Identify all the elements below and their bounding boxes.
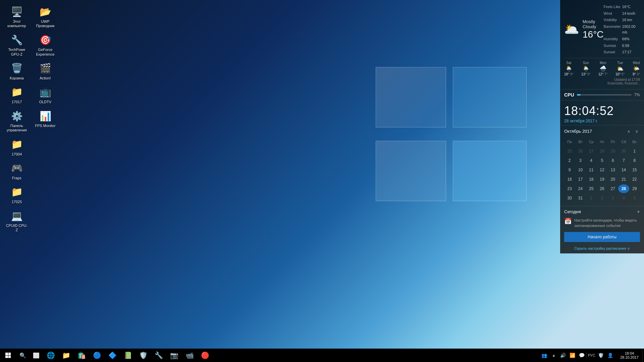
- desktop-icon-folder17004[interactable]: 📁 17004: [3, 136, 30, 158]
- taskbar-app-app3[interactable]: 📷: [166, 349, 182, 362]
- calendar-day-30[interactable]: 30: [564, 194, 575, 202]
- calendar-prev-btn[interactable]: ∧: [625, 128, 632, 135]
- today-add-btn[interactable]: +: [637, 209, 640, 215]
- desktop-background: [0, 0, 644, 349]
- forecast-day-mon: Mon 🌧️ 12° 7°: [598, 61, 607, 76]
- calendar-day-19[interactable]: 19: [597, 175, 607, 184]
- get-started-button[interactable]: Начало работы: [564, 232, 640, 242]
- calendar-day-27-other[interactable]: 27: [586, 147, 597, 156]
- calendar-day-1-other[interactable]: 1: [586, 194, 597, 202]
- desktop-icon-folder17017[interactable]: 📁 17017: [3, 84, 30, 106]
- calendar-day-31[interactable]: 31: [575, 194, 586, 202]
- desktop-icon-control[interactable]: ⚙️ Панель управления: [3, 108, 30, 134]
- calendar-day-3-other[interactable]: 3: [607, 194, 618, 202]
- calendar-day-13[interactable]: 13: [607, 166, 618, 174]
- calendar-week-5: 303112345: [564, 194, 640, 202]
- calendar-day-5[interactable]: 5: [597, 156, 607, 165]
- taskbar-app-winrar[interactable]: 🔷: [105, 349, 120, 362]
- security-icon[interactable]: 🛡️: [596, 349, 606, 362]
- desktop-icon-computer[interactable]: 🖥️ Этот компьютер: [3, 3, 30, 30]
- calendar-day-6[interactable]: 6: [607, 156, 618, 165]
- calendar-day-11[interactable]: 11: [586, 166, 597, 174]
- calendar-day-9[interactable]: 9: [564, 166, 575, 174]
- today-message: 📅 Настройте календари, чтобы видеть запл…: [564, 218, 640, 229]
- explorer-icon: 📁: [62, 351, 70, 359]
- calendar-day-5-other[interactable]: 5: [629, 194, 640, 202]
- calendar-day-22[interactable]: 22: [629, 175, 640, 184]
- taskbar-app-app2[interactable]: 🔧: [151, 349, 166, 362]
- sunset-value: 17:17: [622, 49, 640, 55]
- desktop-icon-geforce[interactable]: 🎯 GeForce Experience: [32, 32, 59, 58]
- taskbar-app-edge[interactable]: 🌐: [43, 349, 58, 362]
- calendar-day-8[interactable]: 8: [629, 156, 640, 165]
- calendar-day-16[interactable]: 16: [564, 175, 575, 184]
- desktop-icon-fps[interactable]: 📊 FPS Monitor: [32, 108, 59, 130]
- icon-label-control: Панель управления: [5, 124, 29, 132]
- calendar-day-26[interactable]: 26: [597, 184, 607, 193]
- calendar-day-1[interactable]: 1: [629, 147, 640, 156]
- calendar-day-29-other[interactable]: 29: [607, 147, 618, 156]
- taskbar-clock[interactable]: 18:04 28.10.2017: [617, 349, 642, 362]
- calendar-day-4[interactable]: 4: [586, 156, 597, 165]
- calendar-next-btn[interactable]: ∨: [633, 128, 640, 135]
- desktop-icon-fraps[interactable]: 🎮 Fraps: [3, 160, 30, 182]
- taskbar-app-app1[interactable]: 🛡️: [136, 349, 151, 362]
- calendar-day-29[interactable]: 29: [629, 184, 640, 193]
- calendar-day-4-other[interactable]: 4: [618, 194, 629, 202]
- taskbar-app-chrome[interactable]: 🔵: [89, 349, 105, 362]
- show-desktop-btn[interactable]: [642, 349, 644, 362]
- calendar-day-25[interactable]: 25: [586, 184, 597, 193]
- desktop-icon-recycle[interactable]: 🗑️ Корзина: [3, 60, 30, 82]
- taskbar-app-store[interactable]: 🛍️: [74, 349, 89, 362]
- calendar-day-header-чт: Чт: [597, 137, 607, 146]
- calendar-day-12[interactable]: 12: [597, 166, 607, 174]
- calendar-day-header-ср: Ср: [586, 137, 597, 146]
- taskbar-app-malware[interactable]: 📗: [120, 349, 136, 362]
- desktop-icon-folder17025[interactable]: 📁 17025: [3, 184, 30, 206]
- winrar-icon: 🔷: [108, 351, 117, 359]
- edge-icon: 🌐: [47, 351, 55, 359]
- calendar-day-10[interactable]: 10: [575, 166, 586, 174]
- calendar-day-28-other[interactable]: 28: [597, 147, 607, 156]
- calendar-day-26-other[interactable]: 26: [575, 147, 586, 156]
- taskbar-app-app4[interactable]: 📹: [182, 349, 197, 362]
- calendar-day-14[interactable]: 14: [618, 166, 629, 174]
- desktop-icon-cpuid[interactable]: 💻 CPUID CPU-Z: [3, 207, 30, 234]
- today-section: Сегодня + 📅 Настройте календари, чтобы в…: [560, 206, 644, 253]
- windows-logo-icon: [5, 353, 11, 358]
- forecast-day-wed: Wed 🌤️ 9° 4°: [633, 61, 640, 76]
- taskbar-app-red[interactable]: 🔴: [197, 349, 213, 362]
- desktop-icon-uwp[interactable]: 📂 UWP Проводник: [32, 3, 59, 30]
- taskbar-app-explorer[interactable]: 📁: [58, 349, 74, 362]
- desktop-icon-techpowe[interactable]: 🔧 TechPowe GPU-Z: [3, 32, 30, 58]
- calendar-day-25-other[interactable]: 25: [564, 147, 575, 156]
- calendar-day-15[interactable]: 15: [629, 166, 640, 174]
- desktop-icon-oldtv[interactable]: 📺 OLDTV: [32, 84, 59, 106]
- hidden-icons-btn[interactable]: ▲: [549, 349, 558, 362]
- calendar-day-30-other[interactable]: 30: [618, 147, 629, 156]
- hide-schedule-link[interactable]: Скрыть настройку расписания ∨: [564, 246, 640, 251]
- task-view-button[interactable]: ⬜: [30, 349, 43, 362]
- calendar-day-17[interactable]: 17: [575, 175, 586, 184]
- calendar-day-28[interactable]: 28: [618, 184, 629, 193]
- calendar-day-2[interactable]: 2: [564, 156, 575, 165]
- calendar-day-20[interactable]: 20: [607, 175, 618, 184]
- desktop-icon-action[interactable]: 🎬 Action!: [32, 60, 59, 82]
- calendar-day-18[interactable]: 18: [586, 175, 597, 184]
- network-tray-icon[interactable]: 👥: [540, 349, 549, 362]
- calendar-day-23[interactable]: 23: [564, 184, 575, 193]
- calendar-day-2-other[interactable]: 2: [597, 194, 607, 202]
- language-btn[interactable]: РУС: [587, 349, 596, 362]
- action-center-icon[interactable]: 💬: [577, 349, 587, 362]
- calendar-day-7[interactable]: 7: [618, 156, 629, 165]
- calendar-day-3[interactable]: 3: [575, 156, 586, 165]
- user-icon[interactable]: 👤: [606, 349, 615, 362]
- cpu-widget: CPU 7%: [560, 89, 644, 101]
- search-button[interactable]: 🔍: [16, 349, 30, 362]
- start-button[interactable]: [0, 349, 16, 362]
- calendar-day-24[interactable]: 24: [575, 184, 586, 193]
- network-icon[interactable]: 📶: [568, 349, 577, 362]
- calendar-day-21[interactable]: 21: [618, 175, 629, 184]
- calendar-day-27[interactable]: 27: [607, 184, 618, 193]
- volume-icon[interactable]: 🔊: [558, 349, 568, 362]
